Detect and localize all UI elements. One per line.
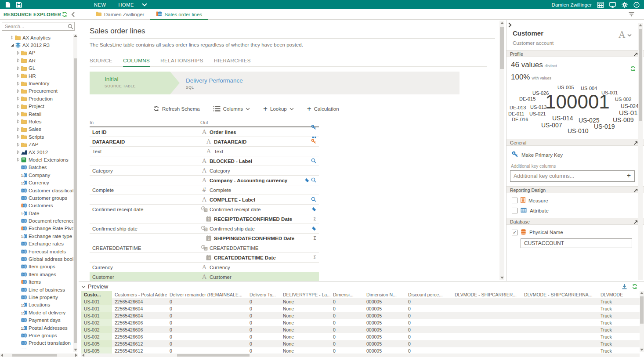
preview-column-header[interactable]: Dimensi...	[330, 291, 364, 298]
preview-row[interactable]: US-0012256542660400None00000050Truck	[81, 305, 640, 312]
tree-item-ar[interactable]: AR	[0, 57, 74, 64]
refresh-preview-icon[interactable]	[632, 284, 638, 289]
section-profile[interactable]: Profile	[507, 50, 644, 57]
tree-item-scripts[interactable]: Scripts	[0, 133, 74, 141]
caret-right-icon[interactable]	[16, 105, 21, 108]
tree-item-currency[interactable]: 1:Currency	[0, 179, 74, 186]
tree-item-customers[interactable]: Customers	[0, 202, 74, 209]
mapping-row-receiptdateconfirmed-date[interactable]: 3RECEIPTDATECONFIRMED DateΣ	[90, 214, 319, 224]
tree-item-ax-analytics[interactable]: AX Analytics	[0, 34, 74, 41]
preview-row[interactable]: US-0052256542661200None00000050Truck	[81, 340, 640, 347]
tab-sales-order-lines[interactable]: Sales order lines	[150, 9, 208, 19]
tree-item-ax-2012[interactable]: AX 2012	[0, 148, 74, 156]
preview-row[interactable]: US-0022256542660600None00000050Truck	[81, 333, 640, 340]
search-icon[interactable]	[311, 157, 316, 165]
mapping-row-currency[interactable]: CurrencyACurrency	[90, 263, 319, 272]
monitor-icon[interactable]	[609, 2, 616, 8]
mapping-row-complete[interactable]: Complete#Complete	[90, 185, 319, 195]
tree-item-line-of-business[interactable]: Line of business	[0, 286, 74, 293]
caret-right-icon[interactable]	[16, 158, 21, 162]
tree-item-exchange-rate-pivot[interactable]: Exchange Rate Pivot	[0, 225, 74, 232]
add-lookup-button[interactable]: + Lookup	[263, 106, 294, 112]
mapping-row-category[interactable]: CategoryACategory	[90, 166, 319, 176]
tree-item-exchange-rate-type[interactable]: 1:Exchange rate type	[0, 232, 74, 240]
mapping-row-dataareaid[interactable]: DATAAREAIDADATAAREAID	[90, 137, 319, 147]
menu-home[interactable]: HOME	[112, 2, 140, 7]
preview-column-header[interactable]: Dimension N...	[364, 291, 405, 298]
tab-relationships[interactable]: RELATIONSHIPS	[160, 58, 203, 66]
search-icon[interactable]	[311, 177, 316, 184]
refresh-tree-icon[interactable]	[62, 11, 68, 17]
mapping-row-company-accounting-currency[interactable]: ACompany - Accounting currency	[90, 176, 319, 185]
search-icon[interactable]	[68, 23, 73, 31]
tree-item-ax-2012-r3[interactable]: AX 2012 R3	[0, 41, 74, 49]
caret-right-icon[interactable]	[16, 112, 21, 116]
collapse-panel-icon[interactable]	[71, 12, 75, 17]
preview-vertical-scrollbar[interactable]	[640, 291, 644, 352]
add-calculation-button[interactable]: + Calculation	[307, 106, 339, 112]
tab-columns[interactable]: COLUMNS	[123, 58, 150, 66]
preview-row[interactable]: US-0012256542660400None00000050Truck	[81, 312, 640, 319]
pin-icon[interactable]	[634, 141, 638, 146]
preview-column-header[interactable]: Delivery Ty...	[247, 291, 280, 298]
tree-item-customer-classification[interactable]: Customer classification	[0, 187, 74, 194]
tree-item-ap[interactable]: AP	[0, 49, 74, 57]
user-name[interactable]: Damien Zwillinger	[552, 2, 592, 7]
caret-right-icon[interactable]	[16, 150, 21, 154]
tree-item-gl[interactable]: GL	[0, 65, 74, 72]
sidebar-horizontal-scrollbar[interactable]	[0, 353, 78, 357]
tree-item-exchange-rates[interactable]: Exchange rates	[0, 240, 74, 248]
measure-checkbox[interactable]	[512, 198, 517, 203]
mapping-row-customer[interactable]: CustomerACustomer	[90, 272, 319, 281]
caret-right-icon[interactable]	[16, 74, 21, 78]
caret-right-icon[interactable]	[16, 58, 21, 62]
mapping-row-complete-label[interactable]: ACOMPLETE - Label	[90, 195, 319, 205]
pin-icon[interactable]	[634, 220, 638, 225]
tree-item-hr[interactable]: HR	[0, 72, 74, 79]
preview-horizontal-scrollbar[interactable]	[81, 353, 640, 357]
tree-item-item-images[interactable]: Item images	[0, 270, 74, 278]
mapping-row-createddatetime[interactable]: CREATEDDATETIME3CREATEDDATETIME	[90, 243, 319, 253]
attribute-checkbox[interactable]	[512, 208, 517, 213]
save-icon[interactable]	[16, 2, 22, 8]
mapping-row-blocked-label[interactable]: ABLOCKED - Label	[90, 156, 319, 166]
tree-item-customer-groups[interactable]: Customer groups	[0, 194, 74, 202]
pin-icon[interactable]	[634, 188, 638, 193]
tab-source[interactable]: SOURCE	[90, 58, 112, 66]
tree-item-postal-addresses[interactable]: 1:Postal Addresses	[0, 324, 74, 332]
gear-icon[interactable]	[622, 2, 628, 8]
flow-step-delivery-performance[interactable]: Delivery Performance SQL	[186, 77, 243, 90]
tree-item-items[interactable]: Items	[0, 278, 74, 286]
preview-column-header[interactable]: Custo...	[81, 291, 112, 298]
tree-item-procurement[interactable]: Procurement	[0, 87, 74, 95]
caret-right-icon[interactable]	[16, 135, 21, 139]
chevron-down-icon[interactable]	[142, 3, 147, 7]
tree-item-retail[interactable]: Retail	[0, 110, 74, 118]
tree-item-locations[interactable]: 1:Locations	[0, 301, 74, 309]
tree-item-zap[interactable]: ZAP	[0, 141, 74, 148]
tree-item-forecast-models[interactable]: Forecast models	[0, 248, 74, 255]
help-icon[interactable]: ?	[633, 2, 640, 8]
preview-column-header[interactable]: Discount perce...	[405, 291, 452, 298]
collapse-inspector-icon[interactable]	[508, 22, 512, 29]
mapping-row-createddatetime-date[interactable]: 3CREATEDDATETIME DateΣ	[90, 253, 319, 263]
data-type-selector[interactable]: A	[619, 29, 632, 40]
tree-item-price-groups[interactable]: Price groups	[0, 332, 74, 339]
caret-down-icon[interactable]	[10, 43, 15, 47]
collapse-preview-icon[interactable]	[81, 282, 86, 290]
sidebar-vertical-scrollbar[interactable]	[73, 34, 77, 352]
mapping-row-confirmed-ship-date[interactable]: Confirmed ship date3Confirmed ship date	[90, 224, 319, 234]
make-primary-key-button[interactable]: Make Primary Key	[512, 151, 644, 159]
section-database[interactable]: Database	[507, 218, 644, 225]
tree-item-inventory[interactable]: Inventory	[0, 79, 74, 87]
tree-item-sales[interactable]: Sales	[0, 126, 74, 133]
preview-row[interactable]: US-0022256542660600None00000050Truck	[81, 319, 640, 326]
tree-item-date[interactable]: 1:Date	[0, 209, 74, 217]
tree-item-payment-days[interactable]: Payment days	[0, 316, 74, 324]
preview-column-header[interactable]: Deliver remainder (REMAINSALE...	[167, 291, 247, 298]
preview-column-header[interactable]: DLVMODE - SHIPCARRIER...	[452, 291, 521, 298]
filter-icon[interactable]	[629, 12, 634, 17]
mapping-row-confirmed-receipt-date[interactable]: Confirmed receipt date3Confirmed receipt…	[90, 205, 319, 214]
physical-name-checkbox[interactable]: ✓	[512, 230, 517, 235]
download-icon[interactable]	[622, 284, 627, 289]
